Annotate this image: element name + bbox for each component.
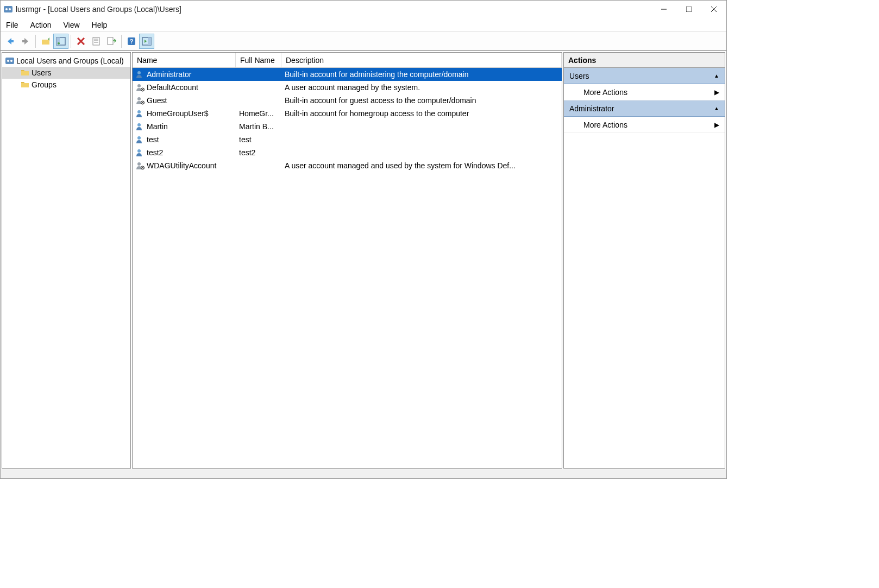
tree-users-label: Users — [32, 68, 52, 77]
table-row[interactable]: HomeGroupUser$HomeGr...Built-in account … — [133, 107, 562, 120]
column-header-name[interactable]: Name — [133, 53, 236, 67]
list-body[interactable]: AdministratorBuilt-in account for admini… — [133, 68, 562, 468]
column-header-description[interactable]: Description — [281, 53, 562, 67]
user-icon — [136, 122, 145, 131]
minimize-icon — [661, 7, 667, 12]
actions-more-users-label: More Actions — [583, 88, 627, 97]
svg-rect-8 — [22, 40, 25, 42]
cell-name: test2 — [133, 148, 236, 157]
cell-name-text: HomeGroupUser$ — [147, 109, 209, 118]
cell-name: Martin — [133, 122, 236, 131]
svg-rect-9 — [42, 40, 49, 45]
svg-point-33 — [137, 123, 141, 127]
properties-button[interactable] — [89, 34, 104, 49]
svg-point-2 — [9, 8, 11, 10]
submenu-icon: ▶ — [714, 121, 719, 129]
menu-file[interactable]: File — [6, 21, 18, 29]
svg-rect-15 — [93, 37, 99, 45]
toolbar-separator — [121, 35, 122, 48]
status-bar — [1, 470, 726, 478]
list-header: Name Full Name Description — [133, 53, 562, 68]
actions-section-users[interactable]: Users ▲ — [564, 68, 725, 84]
cell-name-text: WDAGUtilityAccount — [147, 161, 216, 170]
table-row[interactable]: test2test2 — [133, 146, 562, 159]
svg-point-26 — [10, 60, 12, 62]
back-icon — [5, 36, 15, 46]
table-row[interactable]: DefaultAccountA user account managed by … — [133, 81, 562, 94]
tree-root: Local Users and Groups (Local) Users Gro… — [2, 53, 130, 93]
cell-name-text: test — [147, 135, 159, 144]
svg-rect-24 — [5, 58, 14, 64]
actions-section-administrator[interactable]: Administrator ▲ — [564, 100, 725, 117]
svg-rect-19 — [108, 37, 113, 45]
cell-description: Built-in account for guest access to the… — [281, 96, 562, 105]
user-icon — [136, 161, 145, 170]
cell-name-text: Guest — [147, 96, 167, 105]
app-icon — [4, 5, 12, 14]
maximize-button[interactable] — [676, 1, 701, 18]
folder-up-icon — [41, 36, 51, 46]
actions-more-admin-label: More Actions — [583, 121, 627, 129]
forward-icon — [21, 36, 30, 46]
toolbar-separator — [71, 35, 71, 48]
tree-users-node[interactable]: Users — [2, 67, 130, 79]
table-row[interactable]: GuestBuilt-in account for guest access t… — [133, 94, 562, 107]
table-row[interactable]: WDAGUtilityAccountA user account managed… — [133, 159, 562, 172]
export-list-button[interactable] — [104, 34, 119, 49]
svg-text:?: ? — [130, 38, 134, 45]
actions-more-users[interactable]: More Actions ▶ — [564, 84, 725, 100]
list-pane: Name Full Name Description Administrator… — [132, 52, 562, 469]
tree-pane[interactable]: Local Users and Groups (Local) Users Gro… — [2, 52, 131, 469]
show-hide-console-button[interactable] — [53, 34, 68, 49]
submenu-icon: ▶ — [714, 88, 719, 96]
svg-point-35 — [137, 149, 141, 153]
column-header-fullname[interactable]: Full Name — [236, 53, 281, 67]
folder-icon — [21, 68, 29, 77]
svg-point-12 — [58, 42, 60, 45]
user-icon — [136, 96, 145, 105]
properties-icon — [91, 36, 101, 46]
cell-name: Administrator — [133, 70, 236, 79]
table-row[interactable]: testtest — [133, 133, 562, 146]
cell-description: Built-in account for homegroup access to… — [281, 109, 562, 118]
svg-point-27 — [137, 71, 141, 74]
app-window: lusrmgr - [Local Users and Groups (Local… — [0, 0, 727, 479]
svg-rect-4 — [686, 7, 692, 12]
cell-fullname: test — [236, 135, 281, 144]
menu-action[interactable]: Action — [30, 21, 52, 29]
menu-help[interactable]: Help — [92, 21, 108, 29]
up-button[interactable] — [38, 34, 53, 49]
tree-groups-node[interactable]: Groups — [2, 79, 130, 91]
cell-fullname: Martin B... — [236, 122, 281, 131]
actions-more-admin[interactable]: More Actions ▶ — [564, 117, 725, 133]
svg-point-25 — [7, 60, 9, 62]
cell-name-text: Martin — [147, 122, 168, 131]
minimize-button[interactable] — [651, 1, 676, 18]
svg-point-32 — [137, 110, 141, 113]
actions-section-users-label: Users — [569, 72, 589, 80]
cell-fullname: test2 — [236, 148, 281, 157]
svg-rect-23 — [148, 37, 151, 45]
action-pane-icon — [142, 36, 152, 46]
cell-name: Guest — [133, 96, 236, 105]
table-row[interactable]: AdministratorBuilt-in account for admini… — [133, 68, 562, 81]
help-button[interactable]: ? — [124, 34, 139, 49]
svg-rect-7 — [11, 40, 14, 42]
tree-root-node[interactable]: Local Users and Groups (Local) — [2, 55, 130, 67]
menu-view[interactable]: View — [63, 21, 79, 29]
show-hide-action-pane-button[interactable] — [139, 34, 154, 49]
svg-point-34 — [137, 136, 141, 140]
group-icon — [5, 56, 14, 65]
titlebar: lusrmgr - [Local Users and Groups (Local… — [1, 1, 726, 18]
content-area: Local Users and Groups (Local) Users Gro… — [1, 50, 726, 470]
cell-description: A user account managed by the system. — [281, 83, 562, 92]
cell-name: DefaultAccount — [133, 83, 236, 92]
forward-button[interactable] — [18, 34, 33, 49]
close-button[interactable] — [701, 1, 726, 18]
cell-name: HomeGroupUser$ — [133, 109, 236, 118]
table-row[interactable]: MartinMartin B... — [133, 120, 562, 133]
delete-button[interactable] — [73, 34, 89, 49]
folder-icon — [21, 80, 29, 89]
back-button[interactable] — [3, 34, 18, 49]
toolbar-separator — [35, 35, 36, 48]
